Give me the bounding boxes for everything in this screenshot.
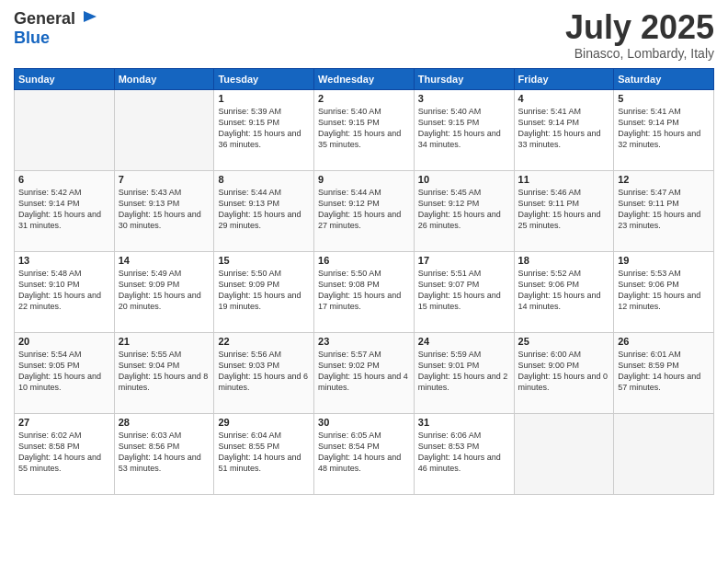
day-info: Sunrise: 5:40 AM Sunset: 9:15 PM Dayligh…: [318, 106, 410, 151]
day-info: Sunrise: 5:52 AM Sunset: 9:06 PM Dayligh…: [518, 268, 610, 313]
day-number: 29: [218, 417, 310, 428]
day-info: Sunrise: 5:49 AM Sunset: 9:09 PM Dayligh…: [119, 268, 210, 313]
calendar-cell: 2Sunrise: 5:40 AM Sunset: 9:15 PM Daylig…: [314, 89, 415, 170]
calendar-cell: 11Sunrise: 5:46 AM Sunset: 9:11 PM Dayli…: [514, 170, 614, 251]
calendar-cell: 17Sunrise: 5:51 AM Sunset: 9:07 PM Dayli…: [414, 251, 514, 332]
header: General Blue July 2025 Binasco, Lombardy…: [14, 9, 714, 61]
calendar-cell: 9Sunrise: 5:44 AM Sunset: 9:12 PM Daylig…: [314, 170, 415, 251]
weekday-header-sunday: Sunday: [15, 68, 115, 89]
calendar-cell: 15Sunrise: 5:50 AM Sunset: 9:09 PM Dayli…: [214, 251, 314, 332]
day-number: 10: [418, 174, 510, 185]
day-info: Sunrise: 5:51 AM Sunset: 9:07 PM Dayligh…: [418, 268, 510, 313]
day-number: 2: [318, 93, 410, 104]
calendar-cell: 13Sunrise: 5:48 AM Sunset: 9:10 PM Dayli…: [15, 251, 115, 332]
day-number: 18: [518, 255, 610, 266]
day-info: Sunrise: 5:43 AM Sunset: 9:13 PM Dayligh…: [119, 187, 210, 232]
day-info: Sunrise: 6:01 AM Sunset: 8:59 PM Dayligh…: [618, 349, 710, 394]
day-number: 5: [618, 93, 710, 104]
day-info: Sunrise: 6:06 AM Sunset: 8:53 PM Dayligh…: [418, 430, 510, 475]
calendar-cell: 21Sunrise: 5:55 AM Sunset: 9:04 PM Dayli…: [114, 332, 214, 413]
calendar-cell: 22Sunrise: 5:56 AM Sunset: 9:03 PM Dayli…: [214, 332, 314, 413]
calendar-week-3: 13Sunrise: 5:48 AM Sunset: 9:10 PM Dayli…: [15, 251, 714, 332]
day-number: 12: [618, 174, 710, 185]
day-number: 19: [618, 255, 710, 266]
day-number: 17: [418, 255, 510, 266]
calendar-cell: [614, 413, 714, 494]
day-info: Sunrise: 5:46 AM Sunset: 9:11 PM Dayligh…: [518, 187, 610, 232]
calendar-cell: 20Sunrise: 5:54 AM Sunset: 9:05 PM Dayli…: [15, 332, 115, 413]
calendar-cell: 8Sunrise: 5:44 AM Sunset: 9:13 PM Daylig…: [214, 170, 314, 251]
day-info: Sunrise: 6:05 AM Sunset: 8:54 PM Dayligh…: [318, 430, 410, 475]
calendar-week-1: 1Sunrise: 5:39 AM Sunset: 9:15 PM Daylig…: [15, 89, 714, 170]
day-info: Sunrise: 5:44 AM Sunset: 9:13 PM Dayligh…: [218, 187, 310, 232]
weekday-header-thursday: Thursday: [414, 68, 514, 89]
calendar-cell: 19Sunrise: 5:53 AM Sunset: 9:06 PM Dayli…: [614, 251, 714, 332]
day-number: 6: [18, 174, 110, 185]
calendar-cell: 30Sunrise: 6:05 AM Sunset: 8:54 PM Dayli…: [314, 413, 415, 494]
calendar-cell: [114, 89, 214, 170]
calendar-cell: 6Sunrise: 5:42 AM Sunset: 9:14 PM Daylig…: [15, 170, 115, 251]
day-number: 13: [18, 255, 110, 266]
day-number: 7: [119, 174, 210, 185]
day-number: 21: [119, 336, 210, 347]
day-info: Sunrise: 5:41 AM Sunset: 9:14 PM Dayligh…: [618, 106, 710, 151]
calendar-cell: 23Sunrise: 5:57 AM Sunset: 9:02 PM Dayli…: [314, 332, 415, 413]
calendar-week-4: 20Sunrise: 5:54 AM Sunset: 9:05 PM Dayli…: [15, 332, 714, 413]
day-info: Sunrise: 5:57 AM Sunset: 9:02 PM Dayligh…: [318, 349, 410, 394]
day-info: Sunrise: 6:02 AM Sunset: 8:58 PM Dayligh…: [18, 430, 110, 475]
day-info: Sunrise: 5:48 AM Sunset: 9:10 PM Dayligh…: [18, 268, 110, 313]
logo: General Blue: [14, 9, 98, 48]
day-number: 22: [218, 336, 310, 347]
day-number: 14: [119, 255, 210, 266]
day-info: Sunrise: 5:59 AM Sunset: 9:01 PM Dayligh…: [418, 349, 510, 394]
day-number: 28: [119, 417, 210, 428]
title-block: July 2025 Binasco, Lombardy, Italy: [565, 9, 714, 61]
day-number: 15: [218, 255, 310, 266]
day-info: Sunrise: 5:53 AM Sunset: 9:06 PM Dayligh…: [618, 268, 710, 313]
calendar-cell: [15, 89, 115, 170]
calendar-cell: [514, 413, 614, 494]
day-info: Sunrise: 5:56 AM Sunset: 9:03 PM Dayligh…: [218, 349, 310, 394]
day-number: 16: [318, 255, 410, 266]
month-title: July 2025: [565, 9, 714, 46]
calendar-cell: 7Sunrise: 5:43 AM Sunset: 9:13 PM Daylig…: [114, 170, 214, 251]
calendar-cell: 10Sunrise: 5:45 AM Sunset: 9:12 PM Dayli…: [414, 170, 514, 251]
day-info: Sunrise: 5:55 AM Sunset: 9:04 PM Dayligh…: [119, 349, 210, 394]
location: Binasco, Lombardy, Italy: [565, 46, 714, 61]
calendar-cell: 29Sunrise: 6:04 AM Sunset: 8:55 PM Dayli…: [214, 413, 314, 494]
day-number: 11: [518, 174, 610, 185]
day-number: 27: [18, 417, 110, 428]
calendar-cell: 28Sunrise: 6:03 AM Sunset: 8:56 PM Dayli…: [114, 413, 214, 494]
day-number: 1: [218, 93, 310, 104]
calendar-header-row: SundayMondayTuesdayWednesdayThursdayFrid…: [15, 68, 714, 89]
day-info: Sunrise: 5:42 AM Sunset: 9:14 PM Dayligh…: [18, 187, 110, 232]
day-number: 26: [618, 336, 710, 347]
day-info: Sunrise: 5:44 AM Sunset: 9:12 PM Dayligh…: [318, 187, 410, 232]
day-number: 4: [518, 93, 610, 104]
calendar-cell: 12Sunrise: 5:47 AM Sunset: 9:11 PM Dayli…: [614, 170, 714, 251]
day-info: Sunrise: 5:39 AM Sunset: 9:15 PM Dayligh…: [218, 106, 310, 151]
weekday-header-friday: Friday: [514, 68, 614, 89]
calendar-cell: 26Sunrise: 6:01 AM Sunset: 8:59 PM Dayli…: [614, 332, 714, 413]
calendar-cell: 31Sunrise: 6:06 AM Sunset: 8:53 PM Dayli…: [414, 413, 514, 494]
day-number: 8: [218, 174, 310, 185]
calendar-cell: 14Sunrise: 5:49 AM Sunset: 9:09 PM Dayli…: [114, 251, 214, 332]
day-info: Sunrise: 6:03 AM Sunset: 8:56 PM Dayligh…: [119, 430, 210, 475]
calendar-cell: 18Sunrise: 5:52 AM Sunset: 9:06 PM Dayli…: [514, 251, 614, 332]
day-info: Sunrise: 5:47 AM Sunset: 9:11 PM Dayligh…: [618, 187, 710, 232]
weekday-header-wednesday: Wednesday: [314, 68, 415, 89]
logo-flag-icon: [82, 9, 98, 29]
day-info: Sunrise: 5:54 AM Sunset: 9:05 PM Dayligh…: [18, 349, 110, 394]
day-number: 3: [418, 93, 510, 104]
weekday-header-tuesday: Tuesday: [214, 68, 314, 89]
day-number: 23: [318, 336, 410, 347]
calendar-cell: 3Sunrise: 5:40 AM Sunset: 9:15 PM Daylig…: [414, 89, 514, 170]
calendar-cell: 27Sunrise: 6:02 AM Sunset: 8:58 PM Dayli…: [15, 413, 115, 494]
logo-general: General: [14, 9, 98, 29]
day-number: 30: [318, 417, 410, 428]
calendar-cell: 24Sunrise: 5:59 AM Sunset: 9:01 PM Dayli…: [414, 332, 514, 413]
day-info: Sunrise: 6:00 AM Sunset: 9:00 PM Dayligh…: [518, 349, 610, 394]
weekday-header-monday: Monday: [114, 68, 214, 89]
day-number: 31: [418, 417, 510, 428]
calendar-cell: 16Sunrise: 5:50 AM Sunset: 9:08 PM Dayli…: [314, 251, 415, 332]
